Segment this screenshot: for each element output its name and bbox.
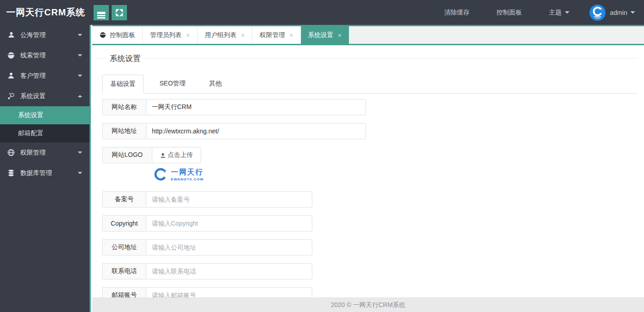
window-tab-system-settings[interactable]: 系统设置 × [301, 26, 349, 44]
icp-row: 备案号 [102, 191, 312, 208]
globe-icon [7, 52, 15, 59]
sidebar-subitem-system-settings[interactable]: 系统设置 [0, 106, 89, 124]
upload-button[interactable]: 点击上传 [152, 147, 201, 163]
user-tie-icon [7, 31, 15, 39]
footer: 2020 © 一网天行CRM系统 [92, 298, 644, 312]
site-url-input[interactable] [146, 123, 366, 139]
settings-form: 网站名称 网站地址 网站LOGO 点击上传 [102, 99, 638, 298]
chevron-down-icon [78, 172, 82, 174]
fullscreen-icon [116, 9, 123, 16]
main-area: 控制面板 管理员列表 × 用户组列表 × 权限管理 × 系统设置 × 系统设置 … [92, 25, 644, 312]
tab-seo[interactable]: SEO管理 [152, 75, 193, 94]
app-title: 一网天行CRM系统 [0, 6, 92, 19]
top-bar: 一网天行CRM系统 清除缓存 控制面板 主题 admi [0, 0, 644, 25]
phone-input[interactable] [146, 263, 312, 279]
sidebar: 公海管理 线索管理 客户管理 [0, 25, 91, 312]
sidebar-item-customers[interactable]: 客户管理 [0, 66, 89, 86]
page-title: 系统设置 [106, 53, 145, 64]
company-address-row: 公司地址 [102, 239, 312, 255]
window-tab-strip: 控制面板 管理员列表 × 用户组列表 × 权限管理 × 系统设置 × [92, 25, 644, 45]
copyright-label: Copyright [102, 215, 146, 232]
site-name-label: 网站名称 [102, 99, 146, 115]
site-logo-name: 一网天行 [171, 168, 203, 177]
site-url-label: 网站地址 [102, 123, 146, 139]
company-address-input[interactable] [146, 239, 312, 255]
company-address-label: 公司地址 [102, 239, 146, 255]
topbar-menu: 清除缓存 控制面板 主题 admin [431, 0, 644, 25]
chevron-down-icon [630, 11, 635, 14]
database-icon [7, 169, 15, 177]
sidebar-toggle-button[interactable] [94, 5, 109, 20]
close-icon[interactable]: × [289, 32, 293, 39]
sidebar-item-system-settings[interactable]: 系统设置 [0, 86, 89, 106]
user-avatar[interactable] [589, 5, 606, 21]
hamburger-icon [97, 12, 105, 13]
window-tab-dashboard[interactable]: 控制面板 [92, 26, 143, 44]
site-url-row: 网站地址 [102, 123, 366, 139]
settings-tabs: 基础设置 SEO管理 其他 [102, 74, 638, 94]
site-name-input[interactable] [146, 99, 366, 115]
window-tab-usergroup-list[interactable]: 用户组列表 × [197, 26, 252, 44]
clear-cache-link[interactable]: 清除缓存 [431, 0, 483, 25]
sphere-grid-icon [7, 149, 15, 156]
username: admin [610, 9, 627, 16]
copyright-input[interactable] [146, 215, 312, 232]
icp-label: 备案号 [102, 191, 146, 208]
chevron-up-icon [78, 95, 82, 97]
avatar-logo-icon [589, 5, 606, 21]
window-tab-admin-list[interactable]: 管理员列表 × [143, 26, 197, 44]
icp-input[interactable] [146, 191, 312, 208]
email-row: 邮箱账号 [102, 287, 312, 298]
dashboard-link[interactable]: 控制面板 [483, 0, 536, 25]
email-label: 邮箱账号 [102, 287, 146, 298]
sidebar-item-leads[interactable]: 线索管理 [0, 45, 89, 66]
theme-dropdown[interactable]: 主题 [536, 0, 583, 25]
footer-copyright: 2020 © 一网天行CRM系统 [331, 301, 405, 309]
upload-icon [160, 152, 166, 158]
fullscreen-button[interactable] [112, 5, 127, 20]
sidebar-item-public-sea[interactable]: 公海管理 [0, 25, 89, 45]
globe-icon [99, 32, 106, 38]
chevron-down-icon [78, 34, 82, 36]
window-tab-permissions[interactable]: 权限管理 × [252, 26, 301, 44]
chevron-down-icon [565, 11, 569, 14]
molecule-icon [7, 92, 15, 100]
phone-label: 联系电话 [102, 263, 146, 279]
copyright-row: Copyright [102, 215, 312, 232]
chevron-down-icon [78, 151, 82, 154]
site-logo-row: 网站LOGO 点击上传 [102, 147, 638, 163]
page-content: 系统设置 基础设置 SEO管理 其他 网站名称 网站地址 网站LOGO [92, 45, 644, 298]
page-header: 系统设置 [97, 53, 638, 63]
divider [97, 58, 638, 59]
sidebar-item-permissions[interactable]: 权限管理 [0, 142, 89, 163]
site-logo-icon [152, 167, 168, 182]
chevron-down-icon [78, 75, 82, 77]
site-name-row: 网站名称 [102, 99, 366, 115]
phone-row: 联系电话 [102, 263, 312, 279]
close-icon[interactable]: × [338, 32, 342, 39]
chevron-down-icon [78, 54, 82, 57]
sidebar-subitem-mail-config[interactable]: 邮箱配置 [0, 124, 89, 142]
tab-other[interactable]: 其他 [202, 75, 230, 94]
user-icon [7, 72, 15, 80]
sidebar-item-database[interactable]: 数据库管理 [0, 163, 89, 183]
site-logo-domain: EWANGTX.COM [171, 177, 203, 181]
site-logo-preview: 一网天行 EWANGTX.COM [152, 166, 638, 183]
site-logo-label: 网站LOGO [102, 147, 152, 163]
close-icon[interactable]: × [186, 32, 190, 39]
user-dropdown[interactable]: admin [606, 0, 644, 25]
close-icon[interactable]: × [241, 32, 244, 39]
email-input[interactable] [146, 287, 312, 298]
tab-basic-settings[interactable]: 基础设置 [102, 75, 144, 94]
